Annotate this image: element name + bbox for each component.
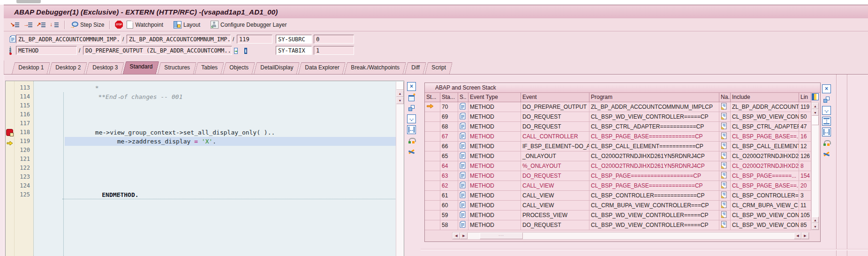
- editor-line-114[interactable]: 114- **End of changes -- 001: [6, 92, 396, 101]
- editor-line-118[interactable]: 118 me->view_group_context->set_all_disp…: [6, 128, 396, 137]
- scroll-up-button[interactable]: ▲: [812, 217, 819, 223]
- tab-data-explorer[interactable]: Data Explorer: [298, 62, 346, 74]
- tab-standard[interactable]: Standard: [123, 61, 159, 74]
- navigate-icon[interactable]: [721, 181, 727, 190]
- sy-subrc-value-field[interactable]: 0: [314, 35, 354, 44]
- code-text[interactable]: [33, 146, 396, 155]
- navigate-icon[interactable]: [721, 172, 727, 180]
- editor-line-125[interactable]: 125└ ENDMETHOD.: [6, 190, 396, 199]
- stack-header-2[interactable]: S..: [458, 93, 468, 102]
- stack-header-4[interactable]: Event: [521, 93, 589, 102]
- code-text[interactable]: [33, 101, 396, 110]
- navigate-icon[interactable]: [721, 201, 727, 210]
- stack-row-68[interactable]: 68METHODDO_REQUESTCL_BSP_CTRL_ADAPTER===…: [425, 122, 820, 132]
- stack-cell-navigate[interactable]: [719, 151, 731, 161]
- services-icon[interactable]: [822, 149, 831, 158]
- stack-cell-navigate[interactable]: [719, 211, 731, 220]
- layout-button[interactable]: Layout: [172, 20, 202, 30]
- stack-row-66[interactable]: 66METHODIF_BSP_ELEMENT~DO_A..CL_BSP_CALL…: [425, 142, 820, 151]
- navigate-icon[interactable]: [721, 113, 727, 121]
- tab-tables[interactable]: Tables: [195, 62, 224, 74]
- breakpoint-icon[interactable]: [7, 129, 13, 136]
- step-over-button[interactable]: →: [22, 20, 35, 30]
- stack-row-59[interactable]: 59METHODPROCESS_VIEWCL_BSP_WD_VIEW_CONTR…: [425, 211, 820, 220]
- stack-row-70[interactable]: 70METHODDO_PREPARE_OUTPUTZL_BP_ADDR_ACCO…: [425, 102, 820, 112]
- editor-line-margin[interactable]: [6, 155, 14, 164]
- editor-line-119[interactable]: 119 me->zaddress_display = 'X'.: [6, 137, 396, 146]
- scroll-right-button[interactable]: ▶: [460, 233, 468, 239]
- stack-cell-navigate[interactable]: [719, 181, 731, 191]
- stop-button[interactable]: STOP: [113, 20, 125, 30]
- editor-line-123[interactable]: 123: [6, 173, 396, 181]
- tab-script[interactable]: Script: [425, 62, 453, 74]
- navigate-icon[interactable]: [721, 152, 727, 160]
- stack-cell-navigate[interactable]: [719, 142, 731, 151]
- maximize-horizontally-icon[interactable]: ↔: [407, 125, 416, 134]
- sy-tabix-value-field[interactable]: 1: [314, 46, 354, 55]
- main-program-field[interactable]: ZL_BP_ADDR_ACCOUNTCOMMNUM_IMP..: [16, 35, 121, 44]
- splitter-line[interactable]: [836, 75, 837, 256]
- stack-cell-navigate[interactable]: [719, 201, 731, 211]
- code-text[interactable]: └ ENDMETHOD.: [33, 190, 396, 199]
- close-icon[interactable]: ×: [822, 84, 831, 93]
- navigate-icon[interactable]: [721, 162, 727, 170]
- stack-cell-navigate[interactable]: [719, 171, 731, 181]
- stack-cell-navigate[interactable]: [719, 161, 731, 171]
- step-return-button[interactable]: ↗: [35, 20, 48, 30]
- scroll-up-button[interactable]: ▲: [812, 103, 819, 109]
- maximize-horizontally-icon[interactable]: ↔: [822, 128, 831, 136]
- code-text[interactable]: me->view_group_context->set_all_display_…: [33, 128, 396, 137]
- code-text[interactable]: [33, 155, 396, 164]
- navigate-icon[interactable]: [721, 122, 727, 131]
- swap-session-icon[interactable]: [407, 136, 416, 145]
- full-screen-icon[interactable]: ↔↔: [822, 106, 831, 115]
- swap-session-icon[interactable]: [822, 138, 831, 147]
- editor-line-margin[interactable]: [6, 92, 14, 101]
- code-text[interactable]: [33, 119, 396, 128]
- editor-line-120[interactable]: 120: [6, 146, 396, 155]
- replace-tool-icon[interactable]: [822, 95, 831, 104]
- tab-detaildisplay[interactable]: DetailDisplay: [254, 62, 300, 74]
- close-icon[interactable]: ×: [407, 82, 416, 91]
- stack-horizontal-scrollbar[interactable]: ◀ ▶ ··· ◀ ▶: [452, 232, 809, 240]
- editor-line-117[interactable]: 117: [6, 119, 396, 128]
- info-icon[interactable]: i: [244, 47, 247, 54]
- code-text[interactable]: [33, 181, 396, 190]
- tab-desktop-1[interactable]: Desktop 1: [12, 62, 50, 74]
- event-type-field[interactable]: METHOD: [16, 46, 77, 55]
- scrollbar-thumb[interactable]: ···: [480, 233, 523, 239]
- tab-structures[interactable]: Structures: [158, 62, 196, 74]
- services-icon[interactable]: [407, 147, 416, 156]
- goto-statement-icon[interactable]: →: [234, 47, 238, 54]
- tab-desktop-3[interactable]: Desktop 3: [86, 62, 124, 74]
- navigate-icon[interactable]: [721, 211, 727, 219]
- tab-desktop-2[interactable]: Desktop 2: [49, 62, 87, 74]
- scroll-down-button[interactable]: ▼: [812, 109, 819, 116]
- editor-line-122[interactable]: 122: [6, 164, 396, 173]
- editor-line-margin[interactable]: [6, 110, 14, 119]
- editor-line-115[interactable]: 115: [6, 101, 396, 110]
- editor-line-124[interactable]: 124: [6, 181, 396, 190]
- stack-header-0[interactable]: St...: [425, 93, 440, 102]
- splitter-line[interactable]: [847, 75, 847, 256]
- stack-row-61[interactable]: 61METHODCALL_VIEWCL_BSP_CONTROLLER======…: [425, 191, 820, 201]
- navigate-icon[interactable]: [721, 142, 727, 151]
- stack-header-8[interactable]: Lin: [799, 93, 811, 102]
- replace-tool-icon[interactable]: [407, 104, 416, 113]
- stack-header-5[interactable]: Program: [589, 93, 719, 102]
- watchpoint-button[interactable]: Watchpoint: [125, 20, 165, 30]
- include-field[interactable]: ZL_BP_ADDR_ACCOUNTCOMMNUM_IMP..: [127, 35, 231, 44]
- continue-button[interactable]: ↓: [48, 20, 61, 30]
- stack-cell-navigate[interactable]: [719, 122, 731, 132]
- scrollbar-thumb[interactable]: [396, 82, 404, 90]
- stack-vertical-scrollbar[interactable]: ▲ ▼ ▲ ▼: [811, 102, 819, 230]
- scroll-left-button[interactable]: ◀: [453, 233, 460, 239]
- navigate-icon[interactable]: [721, 221, 727, 229]
- editor-line-margin[interactable]: [6, 101, 14, 110]
- editor-line-margin[interactable]: [6, 190, 14, 199]
- stack-header-3[interactable]: Event Type: [468, 93, 521, 102]
- scrollbar-thumb[interactable]: [812, 116, 819, 125]
- editor-line-margin[interactable]: [6, 181, 14, 190]
- sy-subrc-label-field[interactable]: SY-SUBRC: [276, 35, 312, 44]
- navigate-icon[interactable]: [721, 191, 727, 200]
